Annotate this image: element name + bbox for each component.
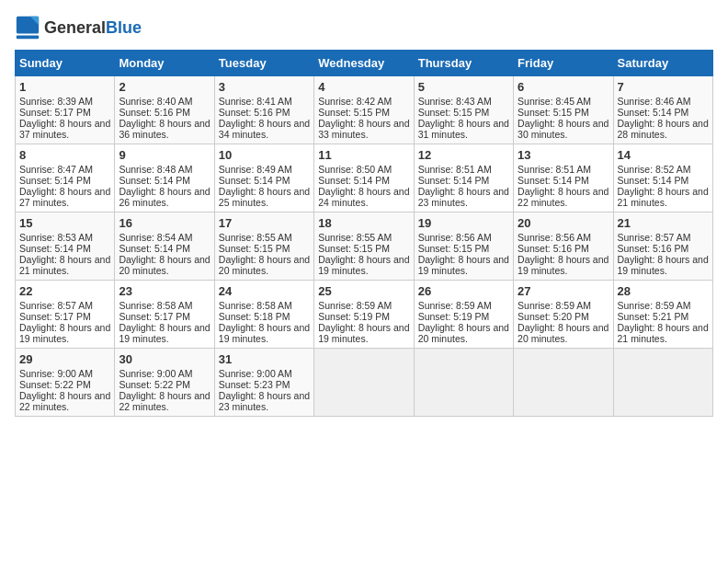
calendar-cell bbox=[414, 349, 513, 417]
daylight: Daylight: 8 hours and 21 minutes. bbox=[618, 186, 709, 208]
day-number: 6 bbox=[518, 80, 609, 94]
sunrise: Sunrise: 8:49 AM bbox=[219, 164, 292, 175]
sunset: Sunset: 5:22 PM bbox=[119, 379, 190, 390]
daylight: Daylight: 8 hours and 22 minutes. bbox=[119, 390, 210, 412]
day-number: 22 bbox=[19, 284, 110, 298]
sunset: Sunset: 5:14 PM bbox=[518, 175, 589, 186]
calendar-cell: 1Sunrise: 8:39 AMSunset: 5:17 PMDaylight… bbox=[16, 76, 115, 144]
calendar-table: SundayMondayTuesdayWednesdayThursdayFrid… bbox=[15, 50, 713, 417]
sunrise: Sunrise: 8:42 AM bbox=[318, 96, 392, 107]
calendar-cell bbox=[514, 349, 613, 417]
sunrise: Sunrise: 8:59 AM bbox=[518, 300, 591, 311]
day-number: 2 bbox=[119, 80, 210, 94]
sunset: Sunset: 5:21 PM bbox=[618, 311, 689, 322]
calendar-cell: 14Sunrise: 8:52 AMSunset: 5:14 PMDayligh… bbox=[613, 144, 712, 213]
calendar-cell: 12Sunrise: 8:51 AMSunset: 5:14 PMDayligh… bbox=[414, 144, 513, 213]
sunrise: Sunrise: 8:56 AM bbox=[518, 232, 591, 243]
calendar-cell: 25Sunrise: 8:59 AMSunset: 5:19 PMDayligh… bbox=[314, 281, 414, 349]
calendar-cell: 24Sunrise: 8:58 AMSunset: 5:18 PMDayligh… bbox=[214, 281, 313, 349]
sunset: Sunset: 5:16 PM bbox=[618, 243, 689, 254]
calendar-cell: 2Sunrise: 8:40 AMSunset: 5:16 PMDaylight… bbox=[115, 76, 214, 144]
calendar-cell: 13Sunrise: 8:51 AMSunset: 5:14 PMDayligh… bbox=[514, 144, 613, 213]
calendar-cell: 11Sunrise: 8:50 AMSunset: 5:14 PMDayligh… bbox=[314, 144, 414, 213]
sunset: Sunset: 5:14 PM bbox=[618, 107, 689, 118]
calendar-cell: 18Sunrise: 8:55 AMSunset: 5:15 PMDayligh… bbox=[314, 213, 414, 281]
day-number: 23 bbox=[119, 284, 210, 298]
sunrise: Sunrise: 8:59 AM bbox=[418, 300, 492, 311]
daylight: Daylight: 8 hours and 20 minutes. bbox=[219, 254, 310, 276]
calendar-cell: 9Sunrise: 8:48 AMSunset: 5:14 PMDaylight… bbox=[115, 144, 214, 213]
calendar-cell: 28Sunrise: 8:59 AMSunset: 5:21 PMDayligh… bbox=[613, 281, 712, 349]
sunrise: Sunrise: 8:55 AM bbox=[318, 232, 392, 243]
day-number: 18 bbox=[318, 216, 409, 230]
calendar-cell: 17Sunrise: 8:55 AMSunset: 5:15 PMDayligh… bbox=[214, 213, 313, 281]
day-number: 4 bbox=[318, 80, 409, 94]
calendar-cell: 20Sunrise: 8:56 AMSunset: 5:16 PMDayligh… bbox=[514, 213, 613, 281]
sunset: Sunset: 5:19 PM bbox=[318, 311, 390, 322]
daylight: Daylight: 8 hours and 26 minutes. bbox=[119, 186, 210, 208]
column-header-tuesday: Tuesday bbox=[214, 51, 313, 76]
calendar-cell: 30Sunrise: 9:00 AMSunset: 5:22 PMDayligh… bbox=[115, 349, 214, 417]
day-number: 26 bbox=[418, 284, 509, 298]
sunset: Sunset: 5:16 PM bbox=[518, 243, 589, 254]
daylight: Daylight: 8 hours and 27 minutes. bbox=[19, 186, 110, 208]
calendar-cell: 3Sunrise: 8:41 AMSunset: 5:16 PMDaylight… bbox=[214, 76, 313, 144]
sunset: Sunset: 5:15 PM bbox=[518, 107, 589, 118]
daylight: Daylight: 8 hours and 20 minutes. bbox=[418, 322, 509, 344]
week-row-4: 22Sunrise: 8:57 AMSunset: 5:17 PMDayligh… bbox=[16, 281, 713, 349]
calendar-cell: 22Sunrise: 8:57 AMSunset: 5:17 PMDayligh… bbox=[16, 281, 115, 349]
sunrise: Sunrise: 8:59 AM bbox=[618, 300, 691, 311]
sunrise: Sunrise: 8:51 AM bbox=[518, 164, 591, 175]
logo-general: General bbox=[44, 18, 106, 37]
week-row-3: 15Sunrise: 8:53 AMSunset: 5:14 PMDayligh… bbox=[16, 213, 713, 281]
calendar-cell bbox=[613, 349, 712, 417]
calendar-cell: 6Sunrise: 8:45 AMSunset: 5:15 PMDaylight… bbox=[514, 76, 613, 144]
sunrise: Sunrise: 8:51 AM bbox=[418, 164, 492, 175]
day-number: 13 bbox=[518, 148, 609, 162]
daylight: Daylight: 8 hours and 20 minutes. bbox=[518, 322, 609, 344]
calendar-cell: 7Sunrise: 8:46 AMSunset: 5:14 PMDaylight… bbox=[613, 76, 712, 144]
daylight: Daylight: 8 hours and 19 minutes. bbox=[318, 254, 409, 276]
sunset: Sunset: 5:14 PM bbox=[618, 175, 689, 186]
calendar-cell: 31Sunrise: 9:00 AMSunset: 5:23 PMDayligh… bbox=[214, 349, 313, 417]
daylight: Daylight: 8 hours and 19 minutes. bbox=[418, 254, 509, 276]
calendar-cell: 23Sunrise: 8:58 AMSunset: 5:17 PMDayligh… bbox=[115, 281, 214, 349]
day-number: 9 bbox=[119, 148, 210, 162]
day-number: 30 bbox=[119, 352, 210, 366]
daylight: Daylight: 8 hours and 34 minutes. bbox=[219, 118, 310, 140]
daylight: Daylight: 8 hours and 19 minutes. bbox=[318, 322, 409, 344]
sunset: Sunset: 5:15 PM bbox=[418, 243, 490, 254]
daylight: Daylight: 8 hours and 37 minutes. bbox=[19, 118, 110, 140]
week-row-2: 8Sunrise: 8:47 AMSunset: 5:14 PMDaylight… bbox=[16, 144, 713, 213]
sunrise: Sunrise: 9:00 AM bbox=[19, 368, 93, 379]
sunrise: Sunrise: 8:53 AM bbox=[19, 232, 93, 243]
daylight: Daylight: 8 hours and 36 minutes. bbox=[119, 118, 210, 140]
sunrise: Sunrise: 8:47 AM bbox=[19, 164, 93, 175]
sunrise: Sunrise: 8:46 AM bbox=[618, 96, 691, 107]
column-headers: SundayMondayTuesdayWednesdayThursdayFrid… bbox=[16, 51, 713, 76]
column-header-thursday: Thursday bbox=[414, 51, 513, 76]
svg-rect-2 bbox=[17, 35, 39, 39]
calendar-cell: 5Sunrise: 8:43 AMSunset: 5:15 PMDaylight… bbox=[414, 76, 513, 144]
day-number: 21 bbox=[618, 216, 709, 230]
calendar-cell: 19Sunrise: 8:56 AMSunset: 5:15 PMDayligh… bbox=[414, 213, 513, 281]
calendar-cell: 4Sunrise: 8:42 AMSunset: 5:15 PMDaylight… bbox=[314, 76, 414, 144]
sunset: Sunset: 5:19 PM bbox=[418, 311, 490, 322]
column-header-saturday: Saturday bbox=[613, 51, 712, 76]
day-number: 27 bbox=[518, 284, 609, 298]
calendar-cell: 15Sunrise: 8:53 AMSunset: 5:14 PMDayligh… bbox=[16, 213, 115, 281]
day-number: 15 bbox=[19, 216, 110, 230]
day-number: 24 bbox=[219, 284, 310, 298]
sunrise: Sunrise: 8:59 AM bbox=[318, 300, 392, 311]
day-number: 3 bbox=[219, 80, 310, 94]
sunset: Sunset: 5:22 PM bbox=[19, 379, 91, 390]
daylight: Daylight: 8 hours and 28 minutes. bbox=[618, 118, 709, 140]
day-number: 29 bbox=[19, 352, 110, 366]
sunrise: Sunrise: 9:00 AM bbox=[119, 368, 192, 379]
daylight: Daylight: 8 hours and 19 minutes. bbox=[618, 254, 709, 276]
column-header-monday: Monday bbox=[115, 51, 214, 76]
day-number: 17 bbox=[219, 216, 310, 230]
day-number: 14 bbox=[618, 148, 709, 162]
sunset: Sunset: 5:14 PM bbox=[418, 175, 490, 186]
logo: GeneralBlue bbox=[15, 15, 142, 40]
